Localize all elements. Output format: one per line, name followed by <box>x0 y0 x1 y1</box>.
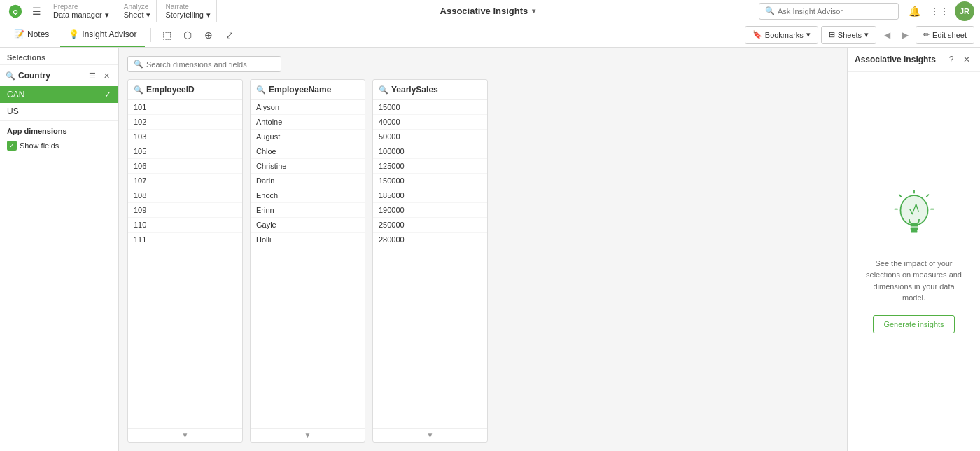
notifications-icon[interactable]: 🔔 <box>904 1 924 21</box>
lasso-tool-icon[interactable]: ⬡ <box>178 25 197 45</box>
list-item[interactable]: 110 <box>128 218 242 233</box>
field-card-menu-icon[interactable]: ☰ <box>348 84 359 95</box>
list-item[interactable]: 150000 <box>373 174 487 188</box>
field-card-employeename-footer[interactable]: ▼ <box>251 428 365 442</box>
list-item[interactable]: 185000 <box>373 188 487 203</box>
show-fields-toggle[interactable]: ✓ Show fields <box>7 141 111 151</box>
app-dimensions-header: App dimensions <box>0 120 118 141</box>
country-close-icon[interactable]: ✕ <box>100 69 113 82</box>
country-list: CAN ✓ US <box>0 86 118 120</box>
list-item[interactable]: 111 <box>128 233 242 247</box>
left-panel: Selections 🔍 Country ☰ ✕ CAN ✓ US <box>0 48 119 451</box>
list-item[interactable]: 125000 <box>373 159 487 174</box>
field-card-employeeid-footer[interactable]: ▼ <box>128 428 242 442</box>
country-clear-icon[interactable]: ☰ <box>86 69 99 82</box>
list-item[interactable]: 107 <box>128 174 242 188</box>
field-card-yearlysales-list-inner: 15000 40000 50000 100000 125000 150000 1… <box>373 100 487 247</box>
analyze-label: Analyze <box>124 3 151 11</box>
list-item[interactable]: 102 <box>128 115 242 130</box>
list-item[interactable]: Erinn <box>251 203 365 218</box>
edit-sheet-button[interactable]: ✏ Edit sheet <box>916 26 974 44</box>
list-item[interactable]: 280000 <box>373 233 487 247</box>
main-content: Selections 🔍 Country ☰ ✕ CAN ✓ US <box>0 48 980 451</box>
apps-icon[interactable]: ⋮⋮ <box>930 1 949 21</box>
field-card-menu-icon[interactable]: ☰ <box>470 84 482 95</box>
field-card-yearlysales-list: 15000 40000 50000 100000 125000 150000 1… <box>373 100 487 428</box>
list-item[interactable]: 105 <box>128 144 242 159</box>
selection-tool-icon[interactable]: ⬚ <box>157 25 176 45</box>
tab-notes[interactable]: 📝 Notes <box>6 22 57 47</box>
list-item[interactable]: 250000 <box>373 218 487 233</box>
list-item[interactable]: Enoch <box>251 188 365 203</box>
narrate-section[interactable]: Narrate Storytelling ▾ <box>160 0 216 22</box>
list-item[interactable]: 50000 <box>373 130 487 144</box>
list-item[interactable]: 100000 <box>373 144 487 159</box>
field-card-yearlysales-title: YearlySales <box>391 85 468 95</box>
list-item[interactable]: 108 <box>128 188 242 203</box>
field-card-yearlysales-header: 🔍 YearlySales ☰ <box>373 80 487 100</box>
help-icon[interactable]: ? <box>945 53 958 66</box>
list-item[interactable]: Holli <box>251 233 365 247</box>
analyze-section[interactable]: Analyze Sheet ▾ <box>118 0 158 22</box>
list-item[interactable]: 103 <box>128 130 242 144</box>
field-card-employeename-title: EmployeeName <box>269 85 345 95</box>
dimensions-search-icon: 🔍 <box>134 60 144 69</box>
country-item-can[interactable]: CAN ✓ <box>0 86 118 103</box>
list-item[interactable]: Antoine <box>251 115 365 130</box>
list-item[interactable]: Chloe <box>251 144 365 159</box>
list-item[interactable]: 106 <box>128 159 242 174</box>
list-item[interactable]: 15000 <box>373 100 487 115</box>
svg-rect-10 <box>911 230 917 232</box>
list-item[interactable]: 40000 <box>373 115 487 130</box>
field-card-menu-icon[interactable]: ☰ <box>225 84 237 95</box>
bookmarks-button[interactable]: 🔖 Bookmarks ▾ <box>745 26 818 44</box>
list-item[interactable]: 101 <box>128 100 242 115</box>
dimensions-search-input[interactable] <box>146 60 275 69</box>
scroll-down-icon: ▼ <box>182 431 189 439</box>
right-panel-header: Associative insights ? ✕ <box>848 48 980 72</box>
list-item[interactable]: Darin <box>251 174 365 188</box>
bookmarks-chevron-icon: ▾ <box>806 30 811 39</box>
fullscreen-icon[interactable]: ⤢ <box>220 25 239 45</box>
close-icon[interactable]: ✕ <box>960 53 973 66</box>
svg-rect-9 <box>910 227 918 230</box>
right-panel-actions: ? ✕ <box>945 53 973 66</box>
narrate-value: Storytelling ▾ <box>165 11 210 20</box>
dimensions-search[interactable]: 🔍 <box>127 56 281 72</box>
list-item[interactable]: Alyson <box>251 100 365 115</box>
list-item[interactable]: 190000 <box>373 203 487 218</box>
search-input[interactable] <box>778 7 892 15</box>
show-fields-checkbox[interactable]: ✓ <box>7 141 17 151</box>
list-item[interactable]: August <box>251 130 365 144</box>
field-card-employeeid: 🔍 EmployeeID ☰ 101 102 103 105 106 107 1… <box>127 79 243 443</box>
field-search-icon: 🔍 <box>379 85 388 95</box>
zoom-icon[interactable]: ⊕ <box>199 25 218 45</box>
sheets-button[interactable]: ⊞ Sheets ▾ <box>821 26 876 44</box>
insight-advisor-search[interactable]: 🔍 <box>759 3 899 20</box>
country-filter-icons: ☰ ✕ <box>86 69 113 82</box>
country-item-us[interactable]: US <box>0 103 118 120</box>
center-area: 🔍 🔍 EmployeeID ☰ 101 102 103 <box>119 48 847 451</box>
tab-insight-advisor[interactable]: 💡 Insight Advisor <box>60 22 145 47</box>
list-item[interactable]: Christine <box>251 159 365 174</box>
country-filter: 🔍 Country ☰ ✕ CAN ✓ US <box>0 65 118 120</box>
menu-icon[interactable]: ☰ <box>28 3 45 20</box>
narrate-label: Narrate <box>165 3 210 11</box>
svg-rect-8 <box>910 224 918 227</box>
field-card-employeeid-list: 101 102 103 105 106 107 108 109 110 111 <box>128 100 242 428</box>
list-item[interactable]: 109 <box>128 203 242 218</box>
toolbar: 📝 Notes 💡 Insight Advisor ⬚ ⬡ ⊕ ⤢ 🔖 Book… <box>0 22 980 48</box>
list-item[interactable]: Gayle <box>251 218 365 233</box>
title-dropdown-icon: ▾ <box>532 7 536 15</box>
nav-forward-icon[interactable]: ▶ <box>897 27 913 43</box>
field-card-employeename-header: 🔍 EmployeeName ☰ <box>251 80 365 100</box>
field-search-icon: 🔍 <box>256 85 266 95</box>
generate-insights-button[interactable]: Generate insights <box>873 315 954 333</box>
field-card-yearlysales-footer[interactable]: ▼ <box>373 428 487 442</box>
page-title[interactable]: Associative Insights ▾ <box>440 6 536 16</box>
country-search-icon: 🔍 <box>6 71 15 81</box>
avatar[interactable]: JR <box>955 1 974 21</box>
prepare-section[interactable]: Prepare Data manager ▾ <box>48 0 115 22</box>
nav-back-icon[interactable]: ◀ <box>879 27 895 43</box>
selections-header: Selections <box>0 48 118 65</box>
